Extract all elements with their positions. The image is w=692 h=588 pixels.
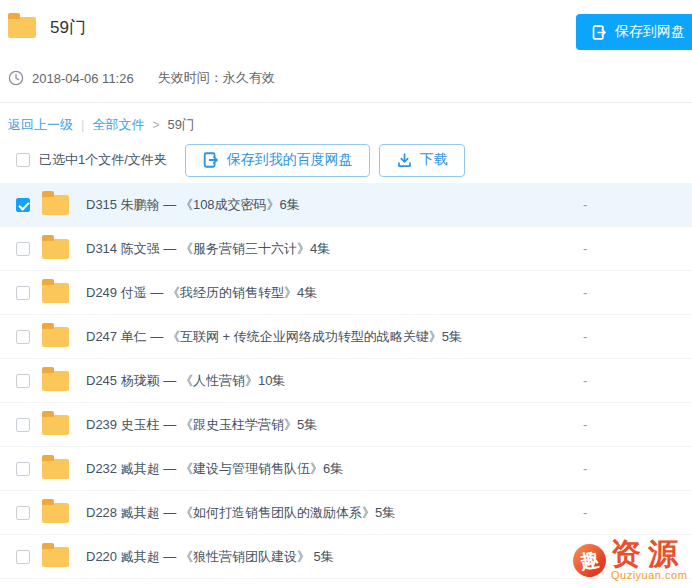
file-row[interactable]: D247 单仁 — 《互联网 + 传统企业网络成功转型的战略关键》5集 - xyxy=(0,315,692,359)
row-checkbox[interactable] xyxy=(16,506,30,520)
file-size: - xyxy=(583,241,587,256)
row-checkbox[interactable] xyxy=(16,550,30,564)
share-expiry: 失效时间：永久有效 xyxy=(158,69,275,87)
file-name[interactable]: D228 臧其超 — 《如何打造销售团队的激励体系》5集 xyxy=(86,504,395,522)
file-name[interactable]: D220 臧其超 — 《狼性营销团队建设》 5集 xyxy=(86,548,334,566)
select-all-checkbox[interactable] xyxy=(16,153,30,167)
file-row[interactable]: D239 史玉柱 — 《跟史玉柱学营销》5集 - xyxy=(0,403,692,447)
breadcrumb-bar: | xyxy=(81,117,84,132)
folder-icon xyxy=(42,195,69,215)
save-icon xyxy=(591,24,608,41)
folder-icon xyxy=(42,283,69,303)
watermark-brand: 资源 xyxy=(611,539,687,569)
quziyuan-watermark: 趣 资源 Quziyuan.com xyxy=(573,539,687,581)
breadcrumb-back-link[interactable]: 返回上一级 xyxy=(8,116,73,134)
file-row[interactable]: D249 付遥 — 《我经历的销售转型》4集 - xyxy=(0,271,692,315)
save-to-my-netdisk-label: 保存到我的百度网盘 xyxy=(227,151,353,169)
save-icon xyxy=(202,151,220,169)
file-row[interactable]: D232 臧其超 — 《建设与管理销售队伍》6集 - xyxy=(0,447,692,491)
share-meta: 2018-04-06 11:26 失效时间：永久有效 xyxy=(0,56,692,88)
share-date: 2018-04-06 11:26 xyxy=(32,71,134,86)
file-size: - xyxy=(583,417,587,432)
header: 59门 保存到网盘 xyxy=(0,0,692,56)
folder-icon xyxy=(42,327,69,347)
file-size: - xyxy=(583,197,587,212)
page-title: 59门 xyxy=(50,16,86,39)
file-name[interactable]: D247 单仁 — 《互联网 + 传统企业网络成功转型的战略关键》5集 xyxy=(86,328,462,346)
row-checkbox[interactable] xyxy=(16,198,30,212)
file-size: - xyxy=(583,373,587,388)
breadcrumb: 返回上一级 | 全部文件 > 59门 xyxy=(0,103,692,135)
download-label: 下载 xyxy=(420,151,448,169)
file-name[interactable]: D315 朱鹏翰 — 《108成交密码》6集 xyxy=(86,196,300,214)
folder-icon xyxy=(42,503,69,523)
row-checkbox[interactable] xyxy=(16,242,30,256)
row-checkbox[interactable] xyxy=(16,418,30,432)
netdisk-share-page: 59门 保存到网盘 2018-04-06 11:26 失效时间：永久有效 返回上… xyxy=(0,0,692,588)
save-button-label: 保存到网盘 xyxy=(615,23,685,41)
save-to-my-netdisk-button[interactable]: 保存到我的百度网盘 xyxy=(185,144,370,177)
quziyuan-logo-icon: 趣 xyxy=(570,540,609,579)
file-row[interactable]: D245 杨珑颖 — 《人性营销》10集 - xyxy=(0,359,692,403)
share-folder-icon xyxy=(8,17,36,38)
breadcrumb-separator: > xyxy=(152,118,159,132)
file-name[interactable]: D245 杨珑颖 — 《人性营销》10集 xyxy=(86,372,285,390)
folder-icon xyxy=(42,547,69,567)
save-to-netdisk-button[interactable]: 保存到网盘 xyxy=(576,14,692,50)
file-size: - xyxy=(583,461,587,476)
row-checkbox[interactable] xyxy=(16,286,30,300)
breadcrumb-all-files-link[interactable]: 全部文件 xyxy=(92,116,144,134)
file-name[interactable]: D232 臧其超 — 《建设与管理销售队伍》6集 xyxy=(86,460,343,478)
file-row[interactable]: D315 朱鹏翰 — 《108成交密码》6集 - xyxy=(0,183,692,227)
row-checkbox[interactable] xyxy=(16,330,30,344)
file-list: D315 朱鹏翰 — 《108成交密码》6集 - D314 陈文强 — 《服务营… xyxy=(0,183,692,579)
watermark-url: Quziyuan.com xyxy=(611,569,687,581)
clock-icon xyxy=(8,70,24,86)
file-name[interactable]: D314 陈文强 — 《服务营销三十六计》4集 xyxy=(86,240,330,258)
folder-icon xyxy=(42,371,69,391)
folder-icon xyxy=(42,239,69,259)
toolbar: 已选中1个文件/文件夹 保存到我的百度网盘 下载 xyxy=(0,135,692,177)
row-checkbox[interactable] xyxy=(16,374,30,388)
file-size: - xyxy=(583,329,587,344)
quziyuan-logo-char: 趣 xyxy=(578,545,602,574)
folder-icon xyxy=(42,415,69,435)
file-name[interactable]: D249 付遥 — 《我经历的销售转型》4集 xyxy=(86,284,317,302)
download-icon xyxy=(396,152,413,169)
file-row[interactable]: D228 臧其超 — 《如何打造销售团队的激励体系》5集 - xyxy=(0,491,692,535)
download-button[interactable]: 下载 xyxy=(379,144,465,177)
file-name[interactable]: D239 史玉柱 — 《跟史玉柱学营销》5集 xyxy=(86,416,317,434)
breadcrumb-current: 59门 xyxy=(167,116,194,134)
row-checkbox[interactable] xyxy=(16,462,30,476)
selection-count-label: 已选中1个文件/文件夹 xyxy=(39,151,167,169)
file-size: - xyxy=(583,505,587,520)
file-size: - xyxy=(583,285,587,300)
folder-icon xyxy=(42,459,69,479)
file-row[interactable]: D314 陈文强 — 《服务营销三十六计》4集 - xyxy=(0,227,692,271)
